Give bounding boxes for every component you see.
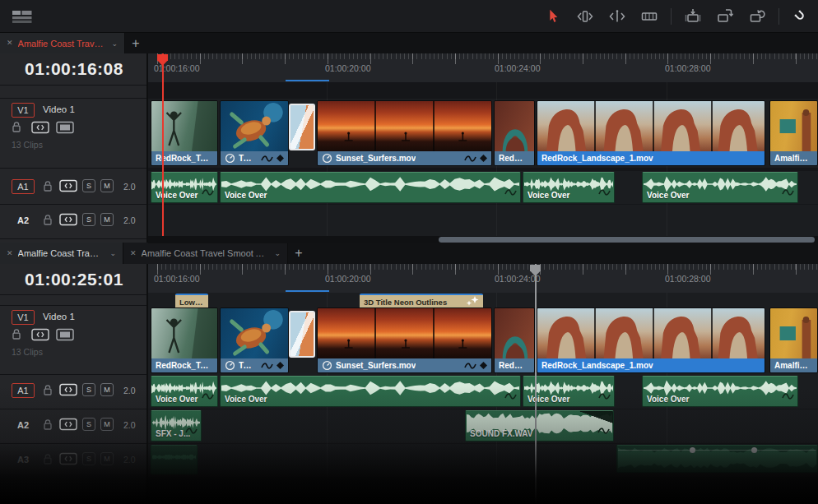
video-clip[interactable]: Amalfi_Coast_ bbox=[769, 100, 818, 166]
video-clip[interactable]: RedRock_Landscape_1.mov bbox=[537, 100, 765, 166]
mute-button[interactable]: M bbox=[100, 179, 114, 192]
lock-icon[interactable] bbox=[43, 214, 53, 229]
audio-clip[interactable]: SOUND FX.WAV bbox=[465, 410, 614, 442]
clip-thumbnail-amalfi bbox=[770, 101, 817, 153]
solo-button[interactable]: S bbox=[82, 452, 95, 465]
video-clip[interactable]: Sunset_Surfers.mov bbox=[317, 307, 492, 373]
transition-clip[interactable] bbox=[289, 311, 315, 358]
audio-clip[interactable]: Voice Over bbox=[220, 376, 521, 407]
razor-tool-icon[interactable] bbox=[639, 6, 660, 27]
chevron-down-icon[interactable]: ⌄ bbox=[109, 249, 116, 257]
video-clip[interactable]: RedRock_Talen... bbox=[151, 307, 218, 373]
ruler-timecode-label: 01:00:16:00 bbox=[154, 63, 199, 73]
audio-clip[interactable]: Voice Over bbox=[220, 172, 521, 203]
auto-select-icon[interactable] bbox=[59, 452, 77, 469]
tab-amalfie-coast-travel-edit[interactable]: ✕Amalfie Coast Travel Edit⌄ bbox=[0, 33, 125, 53]
clip-name: RedRock_Landscape_1.mov bbox=[541, 361, 653, 370]
transition-diamond-icon bbox=[480, 155, 487, 162]
auto-select-icon[interactable] bbox=[59, 418, 77, 434]
ruler-selection-indicator bbox=[286, 80, 329, 81]
replace-clip-icon[interactable] bbox=[746, 6, 768, 27]
audio-clip[interactable]: Voice Over bbox=[523, 172, 615, 203]
insert-clip-icon[interactable] bbox=[682, 6, 704, 27]
tab-close-icon[interactable]: ✕ bbox=[7, 250, 13, 257]
audio-track-badge-a2[interactable]: A2 bbox=[12, 213, 35, 228]
audio-track-badge-a1[interactable]: A1 bbox=[12, 383, 35, 398]
lock-icon[interactable] bbox=[12, 121, 21, 136]
timeline-ruler[interactable]: 01:00:16:0001:00:20:0001:00:24:0001:00:2… bbox=[148, 264, 818, 293]
audio-clip[interactable] bbox=[151, 445, 198, 474]
pointer-tool-icon[interactable] bbox=[542, 6, 564, 27]
video-clip[interactable]: Turtle_... bbox=[220, 100, 289, 166]
curve-icon bbox=[261, 155, 273, 163]
lock-icon[interactable] bbox=[43, 453, 53, 469]
clip-view-icon[interactable] bbox=[56, 121, 74, 137]
playhead-line[interactable] bbox=[535, 264, 537, 504]
trim-edit-tool-icon[interactable] bbox=[574, 6, 596, 27]
audio-clip[interactable]: Voice Over bbox=[642, 172, 798, 203]
new-timeline-tab-button[interactable]: + bbox=[288, 243, 309, 264]
audio-track-badge-a3[interactable]: A3 bbox=[12, 452, 35, 467]
timeline-ruler[interactable]: 01:00:16:0001:00:20:0001:00:24:0001:00:2… bbox=[148, 53, 818, 82]
playhead-line[interactable] bbox=[162, 53, 164, 236]
mute-button[interactable]: M bbox=[100, 418, 114, 431]
mute-button[interactable]: M bbox=[100, 213, 114, 226]
ruler-timecode-label: 01:00:20:00 bbox=[325, 274, 370, 284]
snapping-toggle-icon[interactable] bbox=[790, 6, 811, 27]
solo-button[interactable]: S bbox=[82, 213, 95, 226]
auto-select-icon[interactable] bbox=[31, 328, 49, 344]
track-lane-a2[interactable] bbox=[148, 205, 818, 238]
audio-clip[interactable]: Voice Over bbox=[642, 376, 798, 407]
solo-button[interactable]: S bbox=[82, 179, 95, 192]
toolbar-divider bbox=[671, 8, 672, 25]
mute-button[interactable]: M bbox=[100, 452, 114, 465]
scrollbar-thumb[interactable] bbox=[439, 237, 815, 243]
auto-select-icon[interactable] bbox=[59, 213, 77, 229]
tab-label: Amalfie Coast Travel Edit bbox=[18, 39, 105, 49]
tab-amalfie-coast-travel-smoot-animate[interactable]: ✕Amalfie Coast Travel Smoot Animate⌄ bbox=[123, 243, 288, 264]
lock-icon[interactable] bbox=[12, 328, 21, 344]
timeline-view-options-icon[interactable] bbox=[12, 10, 33, 24]
audio-clip[interactable]: Voice Over bbox=[151, 172, 218, 203]
video-track-badge[interactable]: V1 bbox=[12, 310, 35, 325]
lock-icon[interactable] bbox=[43, 180, 53, 196]
automation-keyframe[interactable] bbox=[751, 447, 757, 453]
auto-select-icon[interactable] bbox=[59, 179, 77, 196]
video-clip[interactable]: Turtle_... bbox=[220, 307, 289, 373]
tab-close-icon[interactable]: ✕ bbox=[130, 250, 137, 257]
video-clip[interactable]: RedRock_Landscape_1.mov bbox=[537, 307, 765, 373]
lock-icon[interactable] bbox=[43, 418, 53, 434]
clip-thumbnail-sunset bbox=[318, 308, 491, 360]
clip-view-icon[interactable] bbox=[56, 328, 74, 344]
new-timeline-tab-button[interactable]: + bbox=[125, 33, 146, 53]
audio-track-badge-a1[interactable]: A1 bbox=[12, 179, 35, 194]
tab-amalfie-coast-travel-[interactable]: ✕Amalfie Coast Travel_⌄ bbox=[0, 243, 123, 264]
video-clip[interactable]: RedRock_Talen... bbox=[151, 100, 218, 166]
auto-select-icon[interactable] bbox=[31, 121, 49, 137]
audio-clip-name: Voice Over bbox=[528, 395, 570, 404]
audio-track-badge-a2[interactable]: A2 bbox=[12, 418, 35, 432]
lock-icon[interactable] bbox=[43, 384, 53, 400]
overwrite-clip-icon[interactable] bbox=[714, 6, 736, 27]
dynamic-trim-tool-icon[interactable] bbox=[607, 6, 628, 27]
mute-button[interactable]: M bbox=[100, 383, 114, 396]
solo-button[interactable]: S bbox=[82, 418, 95, 431]
video-clip[interactable]: RedRoc... bbox=[494, 307, 535, 373]
chevron-down-icon[interactable]: ⌄ bbox=[111, 39, 118, 48]
automation-line bbox=[618, 450, 816, 451]
solo-button[interactable]: S bbox=[82, 383, 95, 396]
video-clip[interactable]: Amalfi_Coast_ bbox=[769, 307, 818, 373]
chevron-down-icon[interactable]: ⌄ bbox=[274, 249, 281, 257]
video-clip[interactable]: Sunset_Surfers.mov bbox=[317, 100, 492, 166]
automation-keyframe[interactable] bbox=[690, 447, 695, 453]
clip-name-bar: Sunset_Surfers.mov bbox=[318, 358, 491, 372]
video-clip[interactable]: RedRoc... bbox=[494, 100, 535, 166]
curve-icon bbox=[782, 389, 794, 404]
audio-clip[interactable]: SFX - J... bbox=[151, 410, 202, 442]
audio-clip[interactable]: Voice Over bbox=[151, 376, 218, 407]
video-track-badge[interactable]: V1 bbox=[12, 103, 35, 118]
transition-clip[interactable] bbox=[289, 104, 315, 150]
tab-close-icon[interactable]: ✕ bbox=[7, 39, 13, 47]
header-divider bbox=[0, 168, 146, 169]
auto-select-icon[interactable] bbox=[59, 383, 77, 400]
